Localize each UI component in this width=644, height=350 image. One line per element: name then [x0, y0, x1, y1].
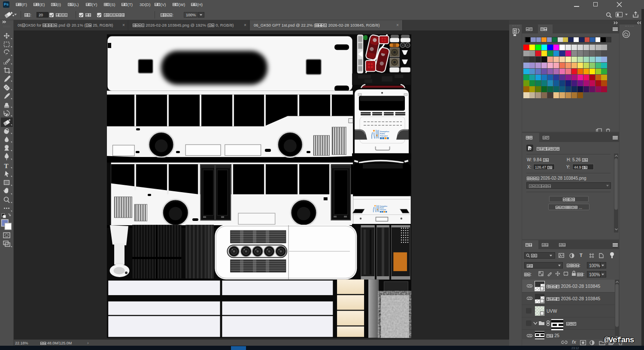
svg-text:Transport: Transport [380, 134, 388, 136]
svg-text:T: T [4, 163, 9, 169]
